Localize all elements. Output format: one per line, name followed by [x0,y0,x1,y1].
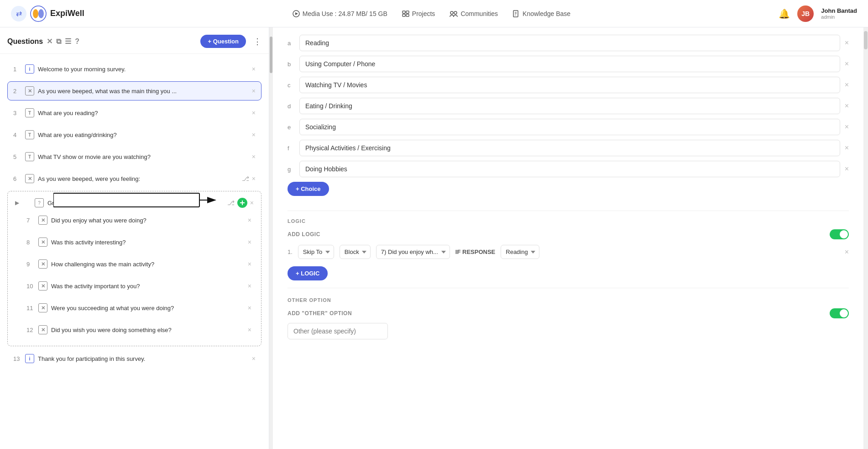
right-scrollbar[interactable] [863,27,868,449]
choice-letter: b [288,61,295,68]
notifications-bell[interactable]: 🔔 [779,8,790,19]
group-branch-icon[interactable]: ⎇ [227,199,235,206]
choice-remove-button[interactable]: × [845,144,849,152]
question-item-6[interactable]: 6 ✕ As you were beeped, were you feeling… [7,169,261,188]
questions-header: Questions ✕ ⧉ ☰ ? + Question ⋮ [0,27,269,54]
knowledge-base-nav[interactable]: Knowledge Base [512,10,570,17]
svg-rect-8 [406,14,409,16]
choice-letter: f [288,145,295,152]
choice-remove-button[interactable]: × [845,165,849,173]
question-item-11[interactable]: 11 ✕ Were you succeeding at what you wer… [21,298,257,317]
choice-remove-button[interactable]: × [845,123,849,131]
q-remove-button[interactable]: × [248,304,251,312]
main-nav: Media Use : 24.87 MB/ 15 GB Projects Com… [99,10,764,17]
question-item-1[interactable]: 1 i Welcome to your morning survey. × [7,59,261,79]
add-other-sublabel: ADD "OTHER" OPTION [288,310,352,317]
choice-input-f[interactable] [299,140,840,156]
q-remove-button[interactable]: × [252,109,256,116]
q-remove-button[interactable]: × [252,87,256,95]
q-remove-button[interactable]: × [248,282,251,290]
question-item-3[interactable]: 3 T What are you reading? × [7,103,261,122]
q-remove-button[interactable]: × [252,131,256,138]
choice-input-c[interactable] [299,77,840,93]
q-remove-button[interactable]: × [252,153,256,160]
q-text: Was the activity important to you? [51,283,244,290]
user-name: John Bantad [821,7,857,14]
q-remove-button[interactable]: × [252,355,256,362]
question-item-4[interactable]: 4 T What are you eating/drinking? × [7,125,261,144]
info-icon[interactable]: ? [75,37,79,46]
if-response-label: IF RESPONSE [455,248,495,255]
q-remove-button[interactable]: × [252,175,256,182]
other-option-toggle[interactable] [830,308,849,318]
question-item-2[interactable]: 2 ✕ As you were beeped, what was the mai… [7,81,261,100]
choice-input-b[interactable] [299,56,840,72]
q-text: Welcome to your morning survey. [38,66,248,73]
group-remove-button[interactable]: × [250,199,254,206]
communities-nav[interactable]: Communities [450,10,498,17]
q-remove-button[interactable]: × [248,260,251,268]
question-item-12[interactable]: 12 ✕ Did you wish you were doing somethi… [21,320,257,339]
projects-nav[interactable]: Projects [402,10,435,17]
q-remove-button[interactable]: × [248,238,251,246]
q-number: 10 [26,283,35,290]
choice-remove-button[interactable]: × [845,60,849,68]
q-number: 4 [13,132,21,138]
q-number: 13 [13,355,21,362]
question-item-7[interactable]: 7 ✕ Did you enjoy what you were doing? × [21,211,257,230]
choice-remove-button[interactable]: × [845,102,849,110]
user-avatar: JB [797,5,814,22]
other-option-input[interactable] [288,323,388,339]
block-select[interactable]: Block [340,245,371,259]
q-remove-button[interactable]: × [248,217,251,224]
media-use-nav[interactable]: Media Use : 24.87 MB/ 15 GB [293,10,387,17]
group-actions: ⎇ × [227,198,254,208]
question-item-5[interactable]: 5 T What TV show or movie are you watchi… [7,147,261,166]
choice-input-e[interactable] [299,119,840,135]
response-value-select[interactable]: Reading [501,245,539,259]
logic-rule-remove-button[interactable]: × [845,248,849,256]
question-item-13[interactable]: 13 i Thank you for participating in this… [7,349,261,368]
group-header[interactable]: ▶ ? Group: group 1 ⎇ × [11,194,257,211]
target-select[interactable]: 7) Did you enjoy wh... [376,245,450,259]
add-logic-button[interactable]: + LOGIC [288,266,328,280]
group-add-button[interactable] [237,198,247,208]
choice-row-e: e × [288,119,849,135]
choice-remove-button[interactable]: × [845,81,849,89]
q-text: Was this activity interesting? [51,239,244,246]
q-number: 9 [26,261,35,268]
add-question-button[interactable]: + Question [200,35,246,48]
q-text: As you were beeped, what was the main th… [38,88,248,95]
question-group: ▶ ? Group: group 1 ⎇ × 7 [7,191,261,346]
q-number: 8 [26,239,35,246]
choice-input-a[interactable] [299,35,840,51]
question-item-10[interactable]: 10 ✕ Was the activity important to you? … [21,276,257,296]
choices-area: a × b × c × d × [288,27,849,203]
logic-header-row: ADD LOGIC [288,229,849,239]
left-panel: Questions ✕ ⧉ ☰ ? + Question ⋮ 1 i Welco… [0,27,269,449]
group-type-icon: ? [35,198,44,207]
more-options-button[interactable]: ⋮ [253,37,261,47]
choice-remove-button[interactable]: × [845,39,849,47]
group-expand-icon[interactable]: ▶ [15,200,19,206]
q-type-text-icon: T [25,152,34,161]
q-remove-button[interactable]: × [252,65,256,73]
q-text: What are you reading? [38,110,248,116]
add-choice-button[interactable]: + Choice [288,182,329,196]
swap-button[interactable]: ⇄ [11,6,26,21]
list-icon[interactable]: ☰ [65,37,71,46]
user-info: John Bantad admin [821,7,857,20]
close-icon[interactable]: ✕ [47,37,52,46]
q-remove-button[interactable]: × [248,326,251,333]
question-item-8[interactable]: 8 ✕ Was this activity interesting? × [21,232,257,252]
questions-list: 1 i Welcome to your morning survey. × 2 … [0,54,269,449]
logic-toggle[interactable] [830,229,849,239]
q-branch-icon[interactable]: ⎇ [242,175,249,182]
other-option-label: OTHER OPTION [288,297,849,303]
choice-input-g[interactable] [299,161,840,177]
choice-input-d[interactable] [299,98,840,114]
question-item-9[interactable]: 9 ✕ How challenging was the main activit… [21,254,257,274]
left-scrollbar[interactable] [269,27,273,449]
skip-to-select[interactable]: Skip To [298,245,334,259]
copy-icon[interactable]: ⧉ [56,37,61,46]
